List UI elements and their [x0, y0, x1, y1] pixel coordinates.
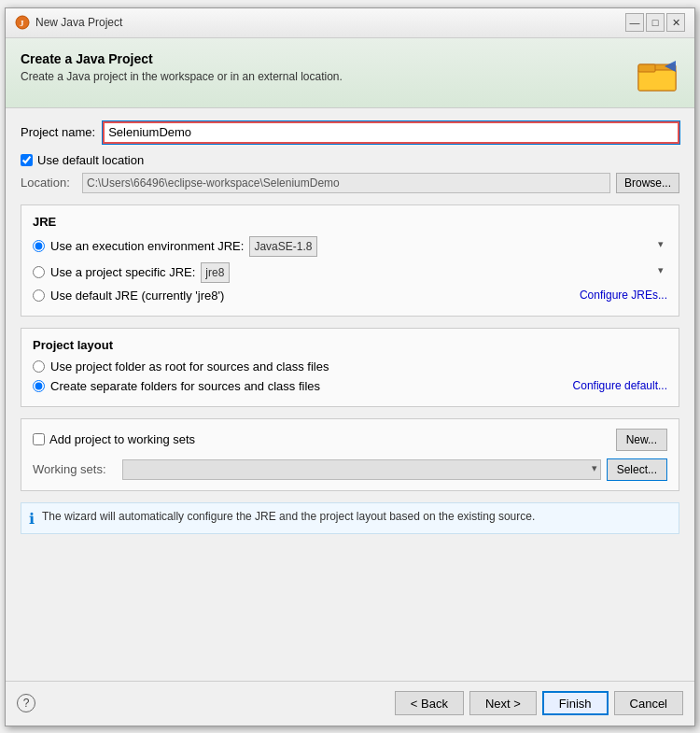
layout-option1-row: Use project folder as root for sources a…: [33, 359, 667, 374]
layout-root-label: Use project folder as root for sources a…: [50, 359, 329, 374]
jre-specific-select[interactable]: jre8: [201, 262, 230, 283]
back-button[interactable]: < Back: [395, 691, 464, 715]
help-icon[interactable]: ?: [17, 694, 35, 712]
title-bar: J New Java Project — □ ✕: [6, 8, 694, 38]
java-project-icon: J: [15, 15, 30, 30]
footer-buttons: < Back Next > Finish Cancel: [395, 691, 683, 715]
add-to-working-sets-row: Add project to working sets: [33, 432, 195, 446]
dialog-title: New Java Project: [35, 16, 122, 29]
form-content: Project name: Use default location Locat…: [6, 108, 694, 681]
add-working-sets-label: Add project to working sets: [49, 432, 195, 446]
window-controls: — □ ✕: [625, 13, 685, 32]
working-sets-select[interactable]: [122, 459, 601, 480]
location-row: Location: Browse...: [21, 173, 679, 193]
project-layout-section: Project layout Use project folder as roo…: [21, 328, 679, 407]
working-sets-top: Add project to working sets New...: [33, 429, 667, 451]
layout-option2-row: Create separate folders for sources and …: [33, 379, 667, 393]
jre-option2-row: Use a project specific JRE: jre8: [33, 262, 667, 283]
jre-section: JRE Use an execution environment JRE: Ja…: [21, 204, 679, 317]
configure-default-link[interactable]: Configure default...: [573, 379, 667, 392]
default-location-row: Use default location: [21, 153, 679, 167]
add-working-sets-checkbox[interactable]: [33, 433, 45, 445]
project-name-input[interactable]: [103, 121, 679, 144]
jre-env-select[interactable]: JavaSE-1.8: [249, 236, 317, 257]
default-location-label: Use default location: [37, 153, 144, 167]
jre-default-label: Use default JRE (currently 'jre8'): [50, 289, 224, 303]
working-sets-bottom: Working sets: Select...: [33, 458, 667, 481]
info-icon: ℹ: [29, 510, 35, 528]
location-input[interactable]: [82, 173, 610, 193]
configure-jres-link[interactable]: Configure JREs...: [580, 289, 667, 302]
jre-option1-row: Use an execution environment JRE: JavaSE…: [33, 236, 667, 257]
svg-rect-4: [638, 64, 655, 72]
jre-default-radio[interactable]: [33, 289, 45, 302]
default-location-checkbox[interactable]: [21, 154, 33, 166]
jre-env-radio[interactable]: [33, 240, 45, 252]
location-label: Location:: [21, 176, 77, 190]
footer: ? < Back Next > Finish Cancel: [6, 681, 694, 726]
layout-root-radio[interactable]: [33, 360, 45, 373]
working-sets-section: Add project to working sets New... Worki…: [21, 418, 679, 491]
project-name-label: Project name:: [21, 125, 95, 139]
jre-specific-radio[interactable]: [33, 266, 45, 278]
layout-separate-label: Create separate folders for sources and …: [50, 379, 320, 393]
dialog-heading: Create a Java Project: [21, 51, 343, 66]
working-sets-select-wrapper: [122, 459, 601, 480]
info-text: The wizard will automatically configure …: [42, 509, 535, 525]
project-name-row: Project name:: [21, 121, 679, 144]
header-section: Create a Java Project Create a Java proj…: [6, 38, 694, 108]
jre-specific-label: Use a project specific JRE:: [50, 265, 195, 279]
jre-section-title: JRE: [33, 215, 667, 229]
finish-button[interactable]: Finish: [542, 691, 609, 715]
working-sets-label: Working sets:: [33, 462, 117, 476]
maximize-button[interactable]: □: [646, 13, 665, 32]
jre-option3-row: Use default JRE (currently 'jre8') Confi…: [33, 289, 667, 303]
close-button[interactable]: ✕: [666, 13, 685, 32]
info-row: ℹ The wizard will automatically configur…: [21, 502, 679, 534]
svg-text:J: J: [20, 19, 24, 28]
dialog-description: Create a Java project in the workspace o…: [21, 70, 343, 83]
next-button[interactable]: Next >: [469, 691, 537, 715]
project-layout-title: Project layout: [33, 338, 667, 352]
jre-env-label: Use an execution environment JRE:: [50, 239, 244, 253]
svg-rect-3: [638, 70, 676, 91]
minimize-button[interactable]: —: [625, 13, 644, 32]
folder-icon: [635, 51, 679, 96]
layout-separate-radio[interactable]: [33, 380, 45, 392]
browse-button[interactable]: Browse...: [616, 173, 679, 193]
footer-left: ?: [17, 694, 35, 712]
select-working-set-button[interactable]: Select...: [607, 458, 667, 481]
new-working-set-button[interactable]: New...: [616, 429, 667, 451]
cancel-button[interactable]: Cancel: [614, 691, 683, 715]
